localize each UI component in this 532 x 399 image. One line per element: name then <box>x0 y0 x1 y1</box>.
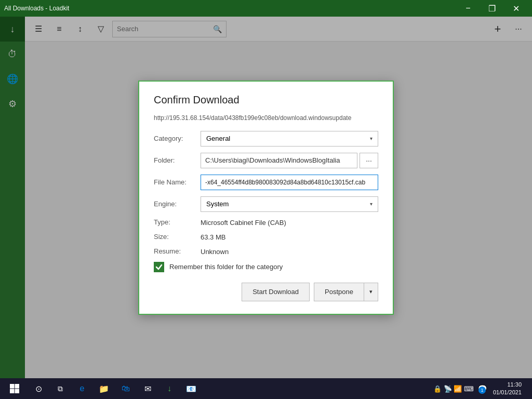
svg-rect-2 <box>10 389 15 394</box>
remember-folder-checkbox[interactable] <box>154 262 164 272</box>
type-row: Type: Microsoft Cabinet File (CAB) <box>154 218 378 227</box>
folder-label: Folder: <box>154 156 201 164</box>
postpone-button[interactable]: Postpone <box>314 283 364 301</box>
resume-row: Resume: Unknown <box>154 247 378 256</box>
folder-control: C:\Users\biagi\Downloads\WindowsBlogItal… <box>201 153 378 168</box>
svg-rect-3 <box>15 389 20 394</box>
taskbar-mail-icon: ✉ <box>144 384 151 394</box>
confirm-download-dialog: Confirm Download http://195.31.68.154/da… <box>138 81 394 315</box>
taskbar-photos[interactable]: 📧 <box>181 378 202 399</box>
taskbar-date: 01/01/2021 <box>493 389 522 396</box>
category-value: General <box>206 135 230 142</box>
taskbar-loadkit[interactable]: ↓ <box>159 378 180 399</box>
taskbar-edge-icon: e <box>80 384 85 393</box>
category-row: Category: General ▾ <box>154 131 378 147</box>
size-control: 63.3 MB <box>201 233 378 241</box>
checkmark-icon <box>155 263 163 271</box>
resume-label: Resume: <box>154 247 201 255</box>
taskbar-right: 🔒 📡 📶 ⌨ 💬 1 11:30 01/01/2021 <box>431 381 530 397</box>
filename-input[interactable] <box>201 175 378 190</box>
filename-control <box>201 175 378 190</box>
folder-browse-button[interactable]: ··· <box>360 153 378 168</box>
dropdown-arrow-icon: ▾ <box>370 136 373 141</box>
window-controls: − ❐ ✕ <box>456 0 528 17</box>
type-label: Type: <box>154 218 201 226</box>
dialog-title: Confirm Download <box>154 94 378 106</box>
taskbar-store-icon: 🛍 <box>122 384 130 393</box>
filename-label: File Name: <box>154 178 201 186</box>
app-title: All Downloads - Loadkit <box>4 5 69 12</box>
taskbar-photos-icon: 📧 <box>186 384 196 394</box>
category-control: General ▾ <box>201 131 378 147</box>
taskbar-taskview-icon: ⧉ <box>58 384 63 393</box>
resume-control: Unknown <box>201 247 378 256</box>
engine-label: Engine: <box>154 200 201 208</box>
windows-logo-icon <box>9 383 20 394</box>
remember-folder-row: Remember this folder for the category <box>154 262 378 272</box>
engine-row: Engine: System ▾ <box>154 196 378 212</box>
svg-rect-0 <box>10 384 15 389</box>
taskbar-explorer[interactable]: 📁 <box>94 378 114 399</box>
engine-dropdown[interactable]: System ▾ <box>201 196 378 212</box>
resume-value: Unknown <box>201 248 229 256</box>
engine-control: System ▾ <box>201 196 378 212</box>
taskbar-loadkit-icon: ↓ <box>167 384 171 393</box>
taskbar-edge[interactable]: e <box>72 378 92 399</box>
engine-value: System <box>206 200 229 208</box>
size-row: Size: 63.3 MB <box>154 233 378 241</box>
modal-overlay: Confirm Download http://195.31.68.154/da… <box>0 17 532 378</box>
taskbar-explorer-icon: 📁 <box>99 384 109 394</box>
category-dropdown[interactable]: General ▾ <box>201 131 378 147</box>
taskbar-mail[interactable]: ✉ <box>137 378 158 399</box>
title-bar: All Downloads - Loadkit − ❐ ✕ <box>0 0 532 17</box>
taskbar-search-icon: ⊙ <box>35 384 42 394</box>
taskbar-search[interactable]: ⊙ <box>28 378 49 399</box>
taskbar-task-view[interactable]: ⧉ <box>50 378 71 399</box>
engine-dropdown-arrow-icon: ▾ <box>370 201 373 207</box>
filename-row: File Name: <box>154 175 378 190</box>
postpone-dropdown-button[interactable]: ▾ <box>364 283 378 301</box>
close-button[interactable]: ✕ <box>504 0 528 17</box>
remember-folder-label: Remember this folder for the category <box>169 263 283 271</box>
svg-rect-1 <box>15 384 20 389</box>
folder-row: Folder: C:\Users\biagi\Downloads\Windows… <box>154 153 378 168</box>
folder-path-display: C:\Users\biagi\Downloads\WindowsBlogItal… <box>201 153 357 168</box>
dialog-footer: Start Download Postpone ▾ <box>154 283 378 301</box>
start-button[interactable] <box>2 378 27 399</box>
size-label: Size: <box>154 233 201 241</box>
minimize-button[interactable]: − <box>456 0 480 17</box>
notification-count: 1 <box>478 387 486 394</box>
type-value: Microsoft Cabinet File (CAB) <box>201 219 286 227</box>
postpone-arrow-icon: ▾ <box>369 288 373 295</box>
notification-area[interactable]: 💬 1 <box>478 384 487 393</box>
start-download-button[interactable]: Start Download <box>242 283 310 301</box>
category-label: Category: <box>154 135 201 142</box>
dialog-url: http://195.31.68.154/data/0438fb199e9c08… <box>154 114 378 122</box>
taskbar-time: 11:30 <box>507 381 522 389</box>
postpone-split-button: Postpone ▾ <box>314 283 378 301</box>
taskbar-system-icons: 🔒 📡 📶 ⌨ <box>431 385 476 393</box>
folder-path-text: C:\Users\biagi\Downloads\WindowsBlogItal… <box>205 156 340 164</box>
type-control: Microsoft Cabinet File (CAB) <box>201 218 378 227</box>
maximize-button[interactable]: ❐ <box>480 0 504 17</box>
taskbar: ⊙ ⧉ e 📁 🛍 ✉ ↓ 📧 🔒 📡 📶 ⌨ 💬 1 11:30 01/01/… <box>0 378 532 399</box>
taskbar-clock[interactable]: 11:30 01/01/2021 <box>489 381 526 397</box>
size-value: 63.3 MB <box>201 233 225 241</box>
taskbar-store[interactable]: 🛍 <box>115 378 136 399</box>
